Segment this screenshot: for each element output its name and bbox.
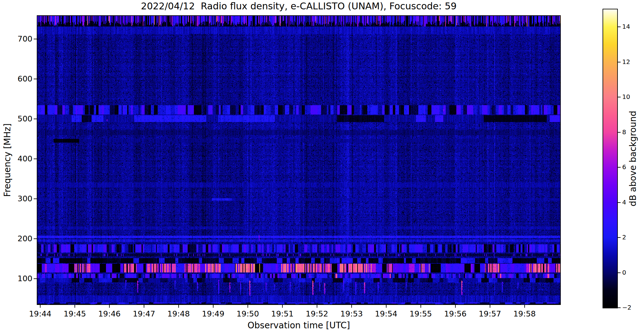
x-tick-mark xyxy=(144,305,144,308)
x-tick-mark xyxy=(109,305,110,308)
colorbar-tick-mark xyxy=(618,62,621,62)
colorbar xyxy=(603,9,618,308)
y-tick-label: 200 xyxy=(6,234,32,243)
colorbar-tick-label: 0 xyxy=(622,269,641,276)
x-tick-mark xyxy=(213,305,214,308)
x-tick-mark xyxy=(317,305,317,308)
x-tick-mark xyxy=(282,305,283,308)
y-tick-label: 500 xyxy=(6,114,32,123)
y-tick-mark xyxy=(34,198,37,199)
y-tick-label: 100 xyxy=(6,274,32,283)
colorbar-tick-label: 10 xyxy=(622,93,641,100)
colorbar-label: dB above background xyxy=(627,81,639,237)
x-tick-mark xyxy=(178,305,179,308)
x-tick-label: 19:53 xyxy=(333,309,370,318)
x-tick-label: 19:44 xyxy=(22,309,59,318)
x-tick-label: 19:57 xyxy=(471,309,509,318)
colorbar-tick-mark xyxy=(618,237,621,238)
x-tick-label: 19:56 xyxy=(437,309,474,318)
colorbar-tick-label: 14 xyxy=(622,23,641,30)
colorbar-tick-label: −2 xyxy=(622,304,641,311)
y-tick-mark xyxy=(34,238,37,239)
y-tick-mark xyxy=(34,278,37,279)
x-tick-label: 19:46 xyxy=(91,309,128,318)
x-axis-label: Observation time [UTC] xyxy=(37,320,560,331)
y-tick-label: 700 xyxy=(6,34,32,43)
colorbar-tick-mark xyxy=(618,307,621,308)
colorbar-gradient xyxy=(603,9,617,308)
x-tick-label: 19:52 xyxy=(298,309,336,318)
x-tick-label: 19:45 xyxy=(56,309,94,318)
colorbar-tick-label: 8 xyxy=(622,128,641,136)
colorbar-tick-mark xyxy=(618,132,621,133)
x-tick-mark xyxy=(248,305,248,308)
x-tick-mark xyxy=(455,305,456,308)
y-tick-mark xyxy=(34,159,37,159)
y-tick-mark xyxy=(34,39,37,39)
x-tick-label: 19:51 xyxy=(264,309,301,318)
colorbar-tick-mark xyxy=(618,27,621,27)
x-tick-label: 19:55 xyxy=(402,309,440,318)
x-tick-label: 19:54 xyxy=(368,309,405,318)
x-tick-mark xyxy=(74,305,75,308)
x-tick-label: 19:58 xyxy=(506,309,543,318)
colorbar-tick-mark xyxy=(618,202,621,203)
y-tick-label: 300 xyxy=(6,194,32,203)
colorbar-tick-label: 12 xyxy=(622,58,641,66)
colorbar-tick-mark xyxy=(618,272,621,273)
x-tick-mark xyxy=(490,305,490,308)
x-tick-label: 19:50 xyxy=(229,309,267,318)
x-tick-label: 19:48 xyxy=(160,309,197,318)
x-tick-mark xyxy=(386,305,387,308)
y-tick-label: 400 xyxy=(6,154,32,163)
colorbar-tick-mark xyxy=(618,97,621,97)
colorbar-tick-mark xyxy=(618,167,621,168)
spectrogram-plot-area xyxy=(37,15,561,305)
x-tick-mark xyxy=(524,305,525,308)
x-tick-label: 19:49 xyxy=(195,309,232,318)
colorbar-tick-label: 6 xyxy=(622,163,641,171)
colorbar-tick-label: 4 xyxy=(622,198,641,206)
y-tick-mark xyxy=(34,119,37,119)
spectrogram-canvas xyxy=(37,16,560,304)
y-tick-mark xyxy=(34,79,37,79)
figure: 2022/04/12 Radio flux density, e-CALLIST… xyxy=(0,0,644,333)
x-tick-mark xyxy=(421,305,421,308)
x-tick-label: 19:47 xyxy=(125,309,163,318)
colorbar-tick-label: 2 xyxy=(622,233,641,241)
x-tick-mark xyxy=(351,305,352,308)
chart-title: 2022/04/12 Radio flux density, e-CALLIST… xyxy=(37,1,560,12)
y-tick-label: 600 xyxy=(6,74,32,83)
x-tick-mark xyxy=(40,305,41,308)
